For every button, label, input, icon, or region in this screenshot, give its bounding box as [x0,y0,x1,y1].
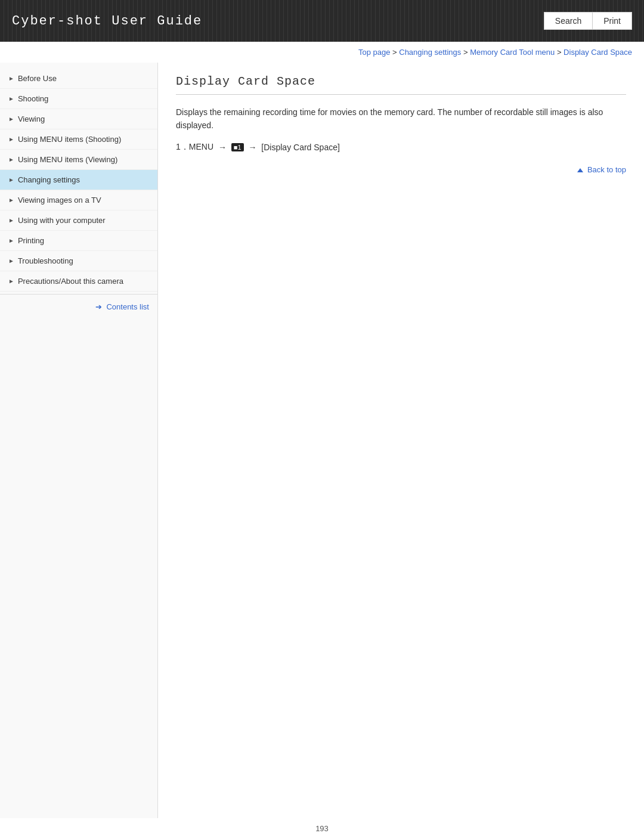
chevron-right-icon: ► [8,278,14,284]
sidebar-item-label: Changing settings [18,175,80,184]
sidebar-item-label: Using with your computer [18,216,106,225]
sidebar: ► Before Use ► Shooting ► Viewing ► Usin… [0,63,158,818]
header: Cyber-shot User Guide Search Print [0,0,644,42]
page-title: Display Card Space [176,75,626,95]
chevron-right-icon: ► [8,75,14,82]
sidebar-item-label: Precautions/About this camera [18,277,123,286]
sidebar-item-label: Viewing [18,114,45,123]
breadcrumb: Top page > Changing settings > Memory Ca… [0,42,644,63]
sidebar-item-changing-settings[interactable]: ► Changing settings [0,170,157,190]
chevron-right-icon: ► [8,197,14,203]
page-number: 193 [0,818,644,833]
sidebar-item-using-menu-shooting[interactable]: ► Using MENU items (Shooting) [0,129,157,150]
instruction-prefix: 1．MENU [176,142,213,153]
chevron-right-icon: ► [8,217,14,224]
sidebar-item-label: Using MENU items (Viewing) [18,155,117,164]
breadcrumb-display-card-space[interactable]: Display Card Space [564,48,632,57]
sidebar-item-using-with-computer[interactable]: ► Using with your computer [0,210,157,231]
main-content: Display Card Space Displays the remainin… [158,63,644,818]
back-to-top-label: Back to top [587,165,626,174]
sidebar-item-label: Using MENU items (Shooting) [18,135,121,144]
search-button[interactable]: Search [544,12,592,30]
breadcrumb-sep2: > [463,48,470,57]
sidebar-item-label: Troubleshooting [18,256,73,265]
instruction-step: 1．MENU → ■1 → [Display Card Space] [176,142,626,153]
contents-list-label: Contents list [106,302,149,311]
header-buttons: Search Print [544,12,632,30]
app-title: Cyber-shot User Guide [12,14,202,29]
back-to-top-container: Back to top [176,165,626,174]
sidebar-item-viewing-images-tv[interactable]: ► Viewing images on a TV [0,190,157,210]
sidebar-item-label: Printing [18,236,44,245]
sidebar-item-printing[interactable]: ► Printing [0,231,157,251]
instruction-suffix: [Display Card Space] [261,143,340,152]
sidebar-item-label: Before Use [18,74,57,83]
menu-icon: ■1 [231,143,244,151]
chevron-right-icon: ► [8,237,14,244]
print-button[interactable]: Print [592,12,632,30]
sidebar-item-troubleshooting[interactable]: ► Troubleshooting [0,251,157,271]
chevron-right-icon: ► [8,156,14,163]
chevron-right-icon: ► [8,258,14,264]
sidebar-item-viewing[interactable]: ► Viewing [0,109,157,129]
instruction-arrow2: → [246,143,259,152]
triangle-up-icon [577,168,583,172]
sidebar-item-label: Shooting [18,94,48,103]
instruction-arrow1: → [216,143,229,152]
contents-list-link[interactable]: ➔ Contents list [95,302,149,311]
chevron-right-icon: ► [8,116,14,122]
sidebar-item-precautions[interactable]: ► Precautions/About this camera [0,271,157,292]
breadcrumb-sep3: > [557,48,564,57]
breadcrumb-sep1: > [392,48,399,57]
chevron-right-icon: ► [8,176,14,183]
arrow-right-icon: ➔ [95,302,102,311]
sidebar-item-using-menu-viewing[interactable]: ► Using MENU items (Viewing) [0,150,157,170]
chevron-right-icon: ► [8,95,14,102]
breadcrumb-memory-card-tool[interactable]: Memory Card Tool menu [470,48,555,57]
sidebar-item-shooting[interactable]: ► Shooting [0,89,157,109]
sidebar-contents-link-container: ➔ Contents list [0,294,157,318]
breadcrumb-top-page[interactable]: Top page [358,48,391,57]
content-description: Displays the remaining recording time fo… [176,106,626,132]
sidebar-item-label: Viewing images on a TV [18,196,101,205]
breadcrumb-changing-settings[interactable]: Changing settings [399,48,461,57]
main-layout: ► Before Use ► Shooting ► Viewing ► Usin… [0,63,644,818]
back-to-top-link[interactable]: Back to top [577,165,626,174]
sidebar-item-before-use[interactable]: ► Before Use [0,69,157,89]
chevron-right-icon: ► [8,136,14,143]
